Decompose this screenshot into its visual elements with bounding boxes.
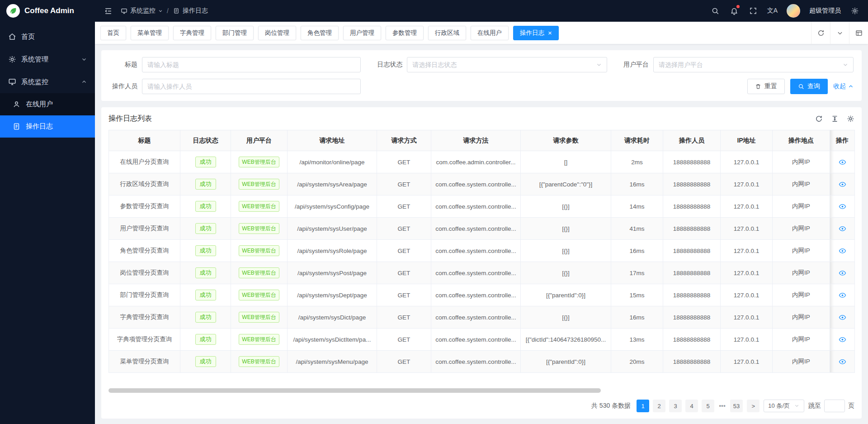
tab-item[interactable]: 用户管理	[343, 26, 381, 40]
view-detail-icon[interactable]	[839, 225, 846, 233]
cell-request-handler: com.coffee.system.controlle...	[431, 284, 521, 306]
settings-gear-icon[interactable]	[850, 6, 860, 16]
tab-item[interactable]: 岗位管理	[258, 26, 296, 40]
log-icon	[13, 123, 21, 131]
layout-icon[interactable]	[849, 22, 868, 44]
language-switch-icon[interactable]: 文A	[767, 7, 778, 15]
cell-request-params: [{}]	[521, 195, 611, 218]
pagination-page-1[interactable]: 1	[637, 400, 649, 412]
column-header: 请求地址	[288, 130, 377, 151]
avatar[interactable]	[787, 4, 800, 18]
home-icon	[8, 33, 16, 41]
view-detail-icon[interactable]	[839, 203, 846, 210]
view-detail-icon[interactable]	[839, 158, 846, 166]
cell-request-handler: com.coffee.system.controlle...	[431, 262, 521, 284]
tab-item[interactable]: 首页	[100, 26, 126, 40]
cell-status: 成功	[180, 173, 231, 195]
pagination-page-4[interactable]: 4	[685, 400, 698, 412]
cell-platform: WEB管理后台	[231, 173, 288, 195]
view-detail-icon[interactable]	[839, 181, 846, 188]
cell-title: 菜单管理分页查询	[109, 351, 180, 373]
log-status-select[interactable]	[407, 57, 607, 72]
view-detail-icon[interactable]	[839, 269, 846, 277]
horizontal-scrollbar-thumb[interactable]	[108, 388, 601, 393]
tab-item[interactable]: 在线用户	[471, 26, 509, 40]
collapse-filters-link[interactable]: 收起	[833, 82, 854, 91]
platform-badge: WEB管理后台	[239, 267, 279, 278]
cell-title: 在线用户分页查询	[109, 151, 180, 173]
cell-title: 角色管理分页查询	[109, 240, 180, 262]
title-input[interactable]	[147, 61, 355, 68]
tab-options-chevron-icon[interactable]	[830, 22, 849, 44]
cell-request-url: /api/monitor/online/page	[288, 151, 377, 173]
cell-actions	[830, 195, 855, 218]
refresh-icon[interactable]	[811, 22, 830, 44]
reset-button[interactable]: 重置	[747, 79, 785, 94]
view-detail-icon[interactable]	[839, 247, 846, 255]
operator-input[interactable]	[147, 83, 355, 90]
sidebar-item-home[interactable]: 首页	[0, 25, 95, 48]
tab-item[interactable]: 操作日志×	[513, 26, 559, 40]
view-detail-icon[interactable]	[839, 336, 846, 343]
tab-label: 角色管理	[307, 29, 332, 37]
sidebar-item-operation-log[interactable]: 操作日志	[0, 115, 95, 138]
page-size-select[interactable]: 10 条/页	[764, 400, 804, 412]
density-icon[interactable]	[831, 115, 839, 123]
tab-item[interactable]: 字典管理	[173, 26, 211, 40]
reset-button-label: 重置	[764, 82, 777, 91]
log-status-select-input[interactable]	[412, 61, 596, 68]
tab-close-icon[interactable]: ×	[548, 29, 552, 36]
breadcrumb-item-monitor[interactable]: 系统监控	[120, 7, 163, 15]
search-icon[interactable]	[710, 6, 720, 16]
chevron-down-icon	[81, 57, 87, 62]
tab-label: 用户管理	[350, 29, 374, 37]
main-area: 系统监控 / 操作日志 文A 超级管理员	[95, 0, 868, 424]
pagination-page-3[interactable]: 3	[669, 400, 682, 412]
pagination-page-5[interactable]: 5	[702, 400, 714, 412]
pagination: 共 530 条数据 12345•••53 > 10 条/页 跳至 页	[108, 393, 854, 415]
tab-item[interactable]: 菜单管理	[131, 26, 169, 40]
pagination-page-53[interactable]: 53	[730, 400, 743, 412]
cell-status: 成功	[180, 262, 231, 284]
column-header: 操作	[830, 130, 855, 151]
cell-ip: 127.0.0.1	[721, 306, 773, 329]
column-header: IP地址	[721, 130, 773, 151]
view-detail-icon[interactable]	[839, 314, 846, 321]
logo-icon	[6, 4, 20, 18]
status-badge: 成功	[195, 201, 216, 212]
fullscreen-icon[interactable]	[748, 6, 758, 16]
tab-item[interactable]: 角色管理	[301, 26, 339, 40]
chevron-down-icon	[843, 62, 848, 67]
sidebar-item-online-users[interactable]: 在线用户	[0, 93, 95, 115]
tab-item[interactable]: 部门管理	[216, 26, 254, 40]
jump-page-input[interactable]	[824, 400, 845, 412]
sidebar-item-system-monitor[interactable]: 系统监控	[0, 71, 95, 93]
operation-log-table: 标题日志状态用户平台请求地址请求方式请求方法请求参数请求耗时操作人员IP地址操作…	[108, 130, 855, 373]
cell-actions	[830, 284, 855, 306]
column-settings-gear-icon[interactable]	[847, 115, 854, 123]
cell-operator: 18888888888	[663, 195, 721, 218]
breadcrumb-item-operation-log[interactable]: 操作日志	[173, 7, 208, 15]
cell-request-handler: com.coffee.system.controlle...	[431, 351, 521, 373]
view-detail-icon[interactable]	[839, 358, 846, 366]
view-detail-icon[interactable]	[839, 291, 846, 299]
pagination-ellipsis[interactable]: •••	[718, 402, 726, 410]
cell-request-url: /api/system/sysArea/page	[288, 173, 377, 195]
tab-item[interactable]: 参数管理	[386, 26, 424, 40]
sidebar-collapse-icon[interactable]	[103, 6, 113, 16]
cell-status: 成功	[180, 151, 231, 173]
refresh-icon[interactable]	[815, 115, 823, 123]
user-platform-select-input[interactable]	[659, 61, 843, 68]
user-name[interactable]: 超级管理员	[809, 7, 841, 15]
notification-bell-icon[interactable]	[729, 6, 739, 16]
table-row: 字典管理分页查询成功WEB管理后台/api/system/sysDict/pag…	[109, 306, 855, 329]
status-badge: 成功	[195, 245, 216, 256]
cell-request-method: GET	[377, 195, 431, 218]
pagination-page-2[interactable]: 2	[653, 400, 665, 412]
tab-item[interactable]: 行政区域	[428, 26, 466, 40]
pagination-next-button[interactable]: >	[747, 400, 760, 412]
platform-badge: WEB管理后台	[239, 179, 279, 190]
sidebar-item-system-management[interactable]: 系统管理	[0, 48, 95, 71]
user-platform-select[interactable]	[653, 57, 854, 72]
search-button[interactable]: 查询	[790, 79, 828, 94]
